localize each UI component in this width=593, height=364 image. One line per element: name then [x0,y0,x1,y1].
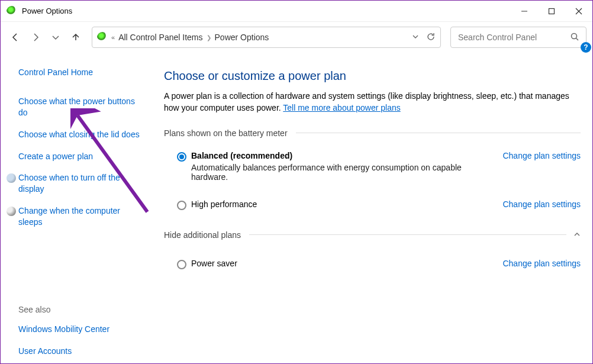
power-options-icon [7,6,17,17]
back-button[interactable] [7,28,24,46]
svg-point-4 [572,33,577,38]
see-also-mobility-center[interactable]: Windows Mobility Center [18,324,144,335]
sidebar-link-power-buttons[interactable]: Choose what the power buttons do [18,96,144,118]
help-icon[interactable]: ? [581,42,591,53]
divider [296,133,581,133]
close-button[interactable] [565,1,592,22]
collapse-icon[interactable] [573,230,581,240]
plans-shown-label: Plans shown on the battery meter [164,128,296,138]
intro-text: A power plan is a collection of hardware… [164,90,581,114]
tell-me-more-link[interactable]: Tell me more about power plans [283,103,400,112]
breadcrumb-item[interactable]: All Control Panel Items [118,33,202,42]
maximize-button[interactable] [538,1,565,22]
search-icon[interactable] [571,33,579,43]
divider [249,234,566,235]
plan-name: Balanced (recommended) [191,151,493,160]
power-options-icon [97,32,108,43]
change-plan-settings-link[interactable]: Change plan settings [502,199,581,209]
breadcrumb-overflow-icon[interactable]: « [111,34,115,41]
main-panel: ? Choose or customize a power plan A pow… [154,53,592,364]
hide-additional-label[interactable]: Hide additional plans [164,230,249,240]
refresh-button[interactable] [426,32,436,43]
chevron-right-icon[interactable]: ❯ [207,34,211,41]
sidebar-link-closing-lid[interactable]: Choose what closing the lid does [18,129,144,140]
address-bar[interactable]: « All Control Panel Items ❯ Power Option… [92,27,441,48]
up-button[interactable] [67,28,85,46]
sidebar-link-create-plan[interactable]: Create a power plan [18,151,144,162]
radio-icon[interactable] [177,201,186,210]
minimize-button[interactable] [511,1,538,22]
see-also-label: See also [18,305,144,314]
plan-description: Automatically balances performance with … [191,163,493,182]
see-also-user-accounts[interactable]: User Accounts [18,346,144,357]
plan-balanced[interactable]: Balanced (recommended) Automatically bal… [164,149,581,184]
plan-high-performance[interactable]: High performance Change plan settings [164,197,581,212]
plan-name: High performance [191,199,493,209]
svg-line-5 [576,38,579,40]
change-plan-settings-link[interactable]: Change plan settings [502,151,581,160]
recent-dropdown[interactable] [47,28,65,46]
plan-power-saver[interactable]: Power saver Change plan settings [164,256,581,272]
plan-name: Power saver [191,259,493,268]
forward-button[interactable] [27,28,44,46]
sidebar-link-turn-off-display[interactable]: Choose when to turn off the display [18,172,144,195]
window-title: Power Options [22,7,511,15]
chevron-down-icon[interactable] [412,33,419,42]
navigation-toolbar: « All Control Panel Items ❯ Power Option… [1,22,592,53]
sidebar: Control Panel Home Choose what the power… [1,53,154,364]
page-title: Choose or customize a power plan [164,69,581,83]
shield-icon [7,173,16,183]
search-input[interactable] [458,33,571,42]
svg-rect-1 [549,8,555,14]
moon-icon [7,207,16,216]
radio-icon[interactable] [177,260,186,269]
change-plan-settings-link[interactable]: Change plan settings [502,259,581,268]
window-titlebar: Power Options [1,1,592,22]
breadcrumb-item[interactable]: Power Options [215,33,269,42]
radio-selected-icon[interactable] [177,152,186,162]
sidebar-link-computer-sleeps[interactable]: Change when the computer sleeps [18,205,144,228]
control-panel-home-link[interactable]: Control Panel Home [18,67,144,78]
search-box[interactable] [450,27,586,48]
